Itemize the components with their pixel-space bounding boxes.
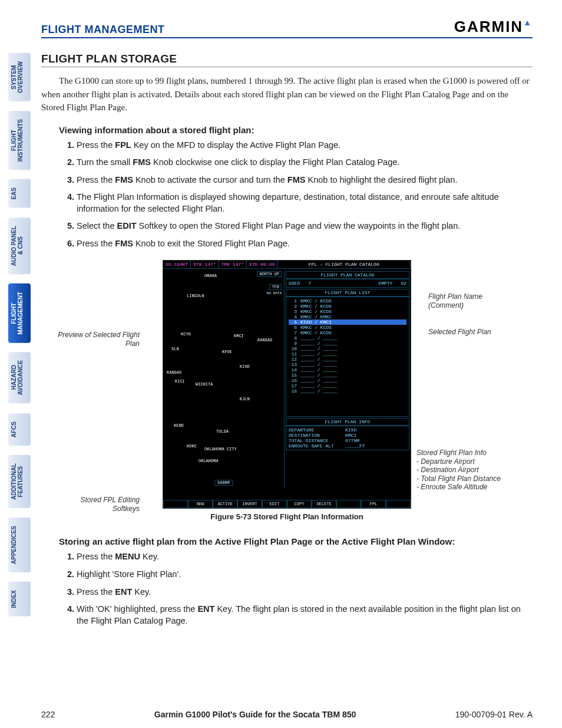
nav-tab[interactable]: FLIGHT INSTRUMENTS	[8, 111, 31, 170]
softkey[interactable]	[336, 500, 361, 508]
step-item: Highlight 'Store Flight Plan'.	[77, 569, 533, 581]
callout-preview: Preview of Selected Flight Plan	[57, 331, 140, 348]
page-number: 222	[41, 710, 55, 719]
nav-tab[interactable]: AFCS	[8, 413, 31, 446]
nav-tab[interactable]: EAS	[8, 179, 31, 208]
softkey[interactable]: DELETE	[312, 500, 336, 508]
page-footer: 222 Garmin G1000 Pilot's Guide for the S…	[41, 710, 533, 719]
step-item: Press the ENT Key.	[77, 587, 533, 598]
step-item: The Flight Plan Information is displayed…	[77, 192, 533, 215]
softkey[interactable]	[163, 500, 188, 508]
procedure-2-steps: Press the MENU Key.Highlight 'Store Flig…	[77, 551, 533, 627]
softkey[interactable]: FPL	[361, 500, 386, 508]
nav-tab[interactable]: APPENDICES	[8, 518, 31, 572]
step-item: Press the FMS Knob to activate the curso…	[77, 174, 533, 186]
side-nav-tabs: SYSTEM OVERVIEWFLIGHT INSTRUMENTSEASAUDI…	[8, 53, 31, 616]
softkey[interactable]: EDIT	[262, 500, 287, 508]
softkey[interactable]: NEW	[188, 500, 213, 508]
nav-tab[interactable]: HAZARD AVOIDANCE	[8, 352, 31, 403]
nav-tab[interactable]: AUDIO PANEL & CNS	[8, 218, 31, 274]
nav-tab[interactable]: SYSTEM OVERVIEW	[8, 53, 31, 101]
footer-rev: 190-00709-01 Rev. A	[455, 710, 533, 719]
step-item: Press the MENU Key.	[77, 551, 533, 563]
step-item: Turn the small FMS Knob clockwise one cl…	[77, 157, 533, 169]
step-item: Press the FPL Key on the MFD to display …	[77, 140, 533, 151]
softkey[interactable]: ACTIVE	[213, 500, 237, 508]
callout-selected: Selected Flight Plan	[428, 328, 517, 336]
nav-tab[interactable]: FLIGHT MANAGEMENT	[8, 284, 31, 343]
softkey[interactable]	[386, 500, 411, 508]
callout-info: Stored Flight Plan Info - Departure Airp…	[416, 449, 517, 491]
footer-title: Garmin G1000 Pilot's Guide for the Socat…	[154, 710, 356, 719]
procedure-1-title: Viewing information about a stored fligh…	[59, 125, 533, 135]
g1000-screen: GS 184KT DTK 147° TRK 147° ETE 05:49 FPL…	[163, 260, 411, 509]
callout-softkeys: Stored FPL Editing Softkeys	[57, 496, 140, 513]
step-item: Select the EDIT Softkey to open the Stor…	[77, 220, 533, 232]
procedure-2-title: Storing an active flight plan from the A…	[59, 536, 533, 546]
section-title: FLIGHT PLAN STORAGE	[41, 52, 533, 67]
figure-5-73: Preview of Selected Flight Plan Stored F…	[75, 260, 499, 521]
intro-paragraph: The G1000 can store up to 99 flight plan…	[41, 74, 533, 114]
figure-caption: Figure 5-73 Stored Flight Plan Informati…	[75, 512, 499, 521]
nav-tab[interactable]: ADDITIONAL FEATURES	[8, 455, 31, 508]
step-item: Press the FMS Knob to exit the Stored Fl…	[77, 238, 533, 250]
softkey[interactable]: INVERT	[237, 500, 262, 508]
section-header: FLIGHT MANAGEMENT	[41, 24, 164, 36]
softkey[interactable]: COPY	[287, 500, 312, 508]
procedure-1-steps: Press the FPL Key on the MFD to display …	[77, 140, 533, 250]
garmin-logo: GARMIN▲	[454, 18, 533, 36]
nav-tab[interactable]: INDEX	[8, 582, 31, 617]
page-header: FLIGHT MANAGEMENT GARMIN▲	[41, 18, 533, 38]
callout-name: Flight Plan Name (Comment)	[428, 292, 517, 309]
step-item: With 'OK' highlighted, press the ENT Key…	[77, 604, 533, 627]
